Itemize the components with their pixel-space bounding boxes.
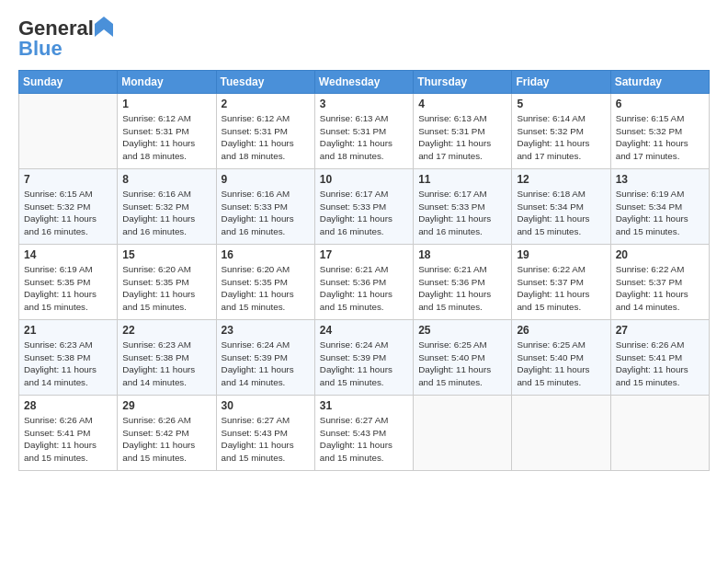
calendar-cell: 1Sunrise: 6:12 AM Sunset: 5:31 PM Daylig… (118, 94, 216, 169)
svg-marker-0 (95, 17, 113, 37)
calendar-cell (414, 396, 512, 471)
calendar-cell: 29Sunrise: 6:26 AM Sunset: 5:42 PM Dayli… (118, 396, 216, 471)
calendar-header-thursday: Thursday (414, 71, 512, 94)
day-info: Sunrise: 6:16 AM Sunset: 5:33 PM Dayligh… (222, 188, 310, 238)
day-number: 9 (222, 173, 310, 186)
calendar-cell: 26Sunrise: 6:25 AM Sunset: 5:40 PM Dayli… (512, 320, 610, 396)
day-number: 19 (517, 248, 605, 261)
calendar-cell: 4Sunrise: 6:13 AM Sunset: 5:31 PM Daylig… (414, 94, 512, 169)
day-number: 27 (616, 324, 704, 337)
day-number: 15 (122, 248, 210, 261)
day-info: Sunrise: 6:26 AM Sunset: 5:41 PM Dayligh… (24, 414, 112, 465)
day-number: 16 (222, 248, 310, 261)
day-number: 3 (320, 98, 408, 110)
day-info: Sunrise: 6:27 AM Sunset: 5:43 PM Dayligh… (222, 414, 310, 465)
calendar-cell: 24Sunrise: 6:24 AM Sunset: 5:39 PM Dayli… (314, 320, 413, 396)
day-number: 20 (616, 248, 704, 261)
day-info: Sunrise: 6:15 AM Sunset: 5:32 PM Dayligh… (616, 112, 704, 163)
calendar-week-row: 7Sunrise: 6:15 AM Sunset: 5:32 PM Daylig… (19, 169, 710, 245)
calendar-cell: 16Sunrise: 6:20 AM Sunset: 5:35 PM Dayli… (216, 245, 314, 320)
day-info: Sunrise: 6:15 AM Sunset: 5:32 PM Dayligh… (24, 188, 112, 238)
calendar-cell: 25Sunrise: 6:25 AM Sunset: 5:40 PM Dayli… (414, 320, 512, 396)
calendar-header-sunday: Sunday (19, 71, 118, 94)
day-number: 28 (24, 399, 112, 412)
day-number: 17 (320, 248, 408, 261)
calendar-cell: 19Sunrise: 6:22 AM Sunset: 5:37 PM Dayli… (512, 245, 610, 320)
day-info: Sunrise: 6:18 AM Sunset: 5:34 PM Dayligh… (517, 188, 605, 238)
day-number: 11 (418, 173, 506, 186)
logo-icon (95, 17, 113, 37)
calendar-week-row: 28Sunrise: 6:26 AM Sunset: 5:41 PM Dayli… (19, 396, 710, 471)
calendar-cell: 31Sunrise: 6:27 AM Sunset: 5:43 PM Dayli… (314, 396, 413, 471)
page-header: General Blue (18, 17, 710, 61)
calendar-cell: 22Sunrise: 6:23 AM Sunset: 5:38 PM Dayli… (118, 320, 216, 396)
calendar-cell: 28Sunrise: 6:26 AM Sunset: 5:41 PM Dayli… (19, 396, 118, 471)
day-number: 12 (517, 173, 605, 186)
calendar-week-row: 21Sunrise: 6:23 AM Sunset: 5:38 PM Dayli… (19, 320, 710, 396)
day-info: Sunrise: 6:19 AM Sunset: 5:34 PM Dayligh… (616, 188, 704, 238)
calendar-week-row: 14Sunrise: 6:19 AM Sunset: 5:35 PM Dayli… (19, 245, 710, 320)
day-number: 29 (122, 399, 210, 412)
day-number: 31 (320, 399, 408, 412)
day-info: Sunrise: 6:21 AM Sunset: 5:36 PM Dayligh… (418, 263, 506, 314)
calendar-cell: 3Sunrise: 6:13 AM Sunset: 5:31 PM Daylig… (314, 94, 413, 169)
day-number: 4 (418, 98, 506, 110)
day-info: Sunrise: 6:26 AM Sunset: 5:41 PM Dayligh… (616, 339, 704, 389)
calendar-header-monday: Monday (118, 71, 216, 94)
day-info: Sunrise: 6:21 AM Sunset: 5:36 PM Dayligh… (320, 263, 408, 314)
day-info: Sunrise: 6:20 AM Sunset: 5:35 PM Dayligh… (122, 263, 210, 314)
calendar-cell: 6Sunrise: 6:15 AM Sunset: 5:32 PM Daylig… (610, 94, 709, 169)
day-info: Sunrise: 6:23 AM Sunset: 5:38 PM Dayligh… (24, 339, 112, 389)
day-info: Sunrise: 6:24 AM Sunset: 5:39 PM Dayligh… (320, 339, 408, 389)
day-info: Sunrise: 6:16 AM Sunset: 5:32 PM Dayligh… (122, 188, 210, 238)
day-info: Sunrise: 6:23 AM Sunset: 5:38 PM Dayligh… (122, 339, 210, 389)
day-info: Sunrise: 6:14 AM Sunset: 5:32 PM Dayligh… (517, 112, 605, 163)
day-number: 24 (320, 324, 408, 337)
calendar-cell: 17Sunrise: 6:21 AM Sunset: 5:36 PM Dayli… (314, 245, 413, 320)
calendar-cell: 10Sunrise: 6:17 AM Sunset: 5:33 PM Dayli… (314, 169, 413, 245)
calendar-header-saturday: Saturday (610, 71, 709, 94)
day-number: 21 (24, 324, 112, 337)
calendar-cell: 14Sunrise: 6:19 AM Sunset: 5:35 PM Dayli… (19, 245, 118, 320)
calendar-cell: 13Sunrise: 6:19 AM Sunset: 5:34 PM Dayli… (610, 169, 709, 245)
day-number: 14 (24, 248, 112, 261)
day-info: Sunrise: 6:25 AM Sunset: 5:40 PM Dayligh… (418, 339, 506, 389)
day-info: Sunrise: 6:25 AM Sunset: 5:40 PM Dayligh… (517, 339, 605, 389)
day-info: Sunrise: 6:27 AM Sunset: 5:43 PM Dayligh… (320, 414, 408, 465)
day-info: Sunrise: 6:13 AM Sunset: 5:31 PM Dayligh… (320, 112, 408, 163)
calendar-cell: 7Sunrise: 6:15 AM Sunset: 5:32 PM Daylig… (19, 169, 118, 245)
day-info: Sunrise: 6:22 AM Sunset: 5:37 PM Dayligh… (517, 263, 605, 314)
calendar-table: SundayMondayTuesdayWednesdayThursdayFrid… (18, 70, 710, 471)
logo: General Blue (18, 17, 113, 61)
day-info: Sunrise: 6:13 AM Sunset: 5:31 PM Dayligh… (418, 112, 506, 163)
calendar-cell: 27Sunrise: 6:26 AM Sunset: 5:41 PM Dayli… (610, 320, 709, 396)
day-number: 6 (616, 98, 704, 110)
day-info: Sunrise: 6:22 AM Sunset: 5:37 PM Dayligh… (616, 263, 704, 314)
calendar-cell: 12Sunrise: 6:18 AM Sunset: 5:34 PM Dayli… (512, 169, 610, 245)
calendar-cell: 5Sunrise: 6:14 AM Sunset: 5:32 PM Daylig… (512, 94, 610, 169)
calendar-cell: 20Sunrise: 6:22 AM Sunset: 5:37 PM Dayli… (610, 245, 709, 320)
calendar-cell: 18Sunrise: 6:21 AM Sunset: 5:36 PM Dayli… (414, 245, 512, 320)
day-number: 13 (616, 173, 704, 186)
calendar-cell (610, 396, 709, 471)
calendar-cell: 23Sunrise: 6:24 AM Sunset: 5:39 PM Dayli… (216, 320, 314, 396)
calendar-cell (512, 396, 610, 471)
calendar-cell: 8Sunrise: 6:16 AM Sunset: 5:32 PM Daylig… (118, 169, 216, 245)
calendar-cell: 11Sunrise: 6:17 AM Sunset: 5:33 PM Dayli… (414, 169, 512, 245)
day-number: 10 (320, 173, 408, 186)
calendar-header-friday: Friday (512, 71, 610, 94)
day-number: 30 (222, 399, 310, 412)
day-number: 7 (24, 173, 112, 186)
calendar-header-row: SundayMondayTuesdayWednesdayThursdayFrid… (19, 71, 710, 94)
day-number: 22 (122, 324, 210, 337)
calendar-week-row: 1Sunrise: 6:12 AM Sunset: 5:31 PM Daylig… (19, 94, 710, 169)
day-info: Sunrise: 6:12 AM Sunset: 5:31 PM Dayligh… (222, 112, 310, 163)
day-info: Sunrise: 6:24 AM Sunset: 5:39 PM Dayligh… (222, 339, 310, 389)
day-info: Sunrise: 6:17 AM Sunset: 5:33 PM Dayligh… (418, 188, 506, 238)
day-number: 26 (517, 324, 605, 337)
day-number: 18 (418, 248, 506, 261)
day-number: 5 (517, 98, 605, 110)
day-info: Sunrise: 6:20 AM Sunset: 5:35 PM Dayligh… (222, 263, 310, 314)
day-number: 23 (222, 324, 310, 337)
day-number: 2 (222, 98, 310, 110)
